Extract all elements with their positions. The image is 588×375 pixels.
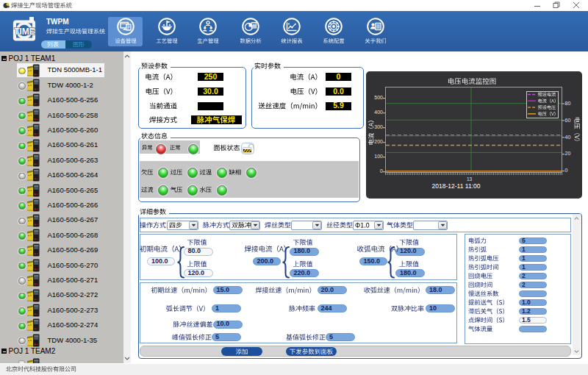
- svg-text:TIME: TIME: [14, 26, 35, 37]
